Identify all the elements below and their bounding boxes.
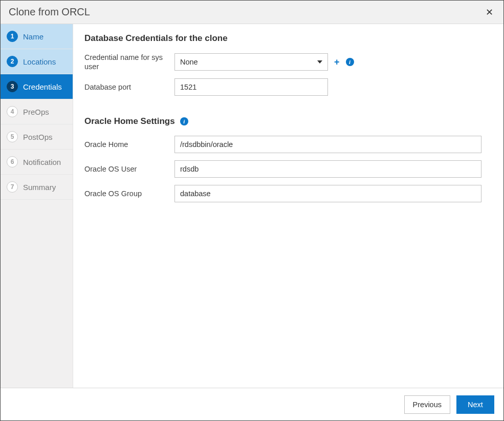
- close-icon: ✕: [486, 7, 493, 17]
- clone-wizard-modal: Clone from ORCL ✕ 1 Name 2 Locations 3 C…: [0, 0, 504, 421]
- oracle-os-group-input[interactable]: [174, 185, 481, 202]
- step-label: Locations: [23, 57, 56, 66]
- close-button[interactable]: ✕: [483, 6, 495, 18]
- chevron-down-icon: [317, 60, 322, 64]
- previous-button[interactable]: Previous: [404, 395, 450, 414]
- add-credential-button[interactable]: +: [334, 57, 340, 67]
- titlebar: Clone from ORCL ✕: [1, 1, 503, 24]
- db-port-input[interactable]: [174, 78, 328, 96]
- oracle-os-group-label: Oracle OS Group: [84, 189, 174, 198]
- step-notification[interactable]: 6 Notification: [1, 150, 73, 175]
- modal-body: 1 Name 2 Locations 3 Credentials 4 PreOp…: [1, 24, 503, 388]
- wizard-steps-sidebar: 1 Name 2 Locations 3 Credentials 4 PreOp…: [1, 24, 73, 388]
- step-locations[interactable]: 2 Locations: [1, 49, 73, 74]
- next-button[interactable]: Next: [456, 395, 494, 414]
- step-summary[interactable]: 7 Summary: [1, 175, 73, 200]
- step-number: 1: [7, 31, 18, 42]
- db-port-label: Database port: [84, 82, 174, 92]
- step-number: 4: [7, 106, 18, 117]
- step-label: PostOps: [23, 133, 53, 141]
- step-name[interactable]: 1 Name: [1, 24, 73, 49]
- info-icon[interactable]: i: [180, 117, 188, 125]
- step-number: 3: [7, 81, 18, 92]
- sys-credential-select[interactable]: None: [174, 53, 328, 71]
- row-oracle-os-user: Oracle OS User: [84, 160, 490, 178]
- step-label: PreOps: [23, 108, 49, 116]
- row-oracle-os-group: Oracle OS Group: [84, 185, 490, 202]
- oracle-home-input[interactable]: [174, 136, 481, 153]
- oracle-os-user-label: Oracle OS User: [84, 164, 174, 174]
- sys-credential-value: None: [180, 58, 198, 66]
- sys-credential-label: Credential name for sys user: [84, 53, 174, 71]
- wizard-footer: Previous Next: [1, 388, 503, 420]
- row-sys-credential: Credential name for sys user None + i: [84, 53, 490, 71]
- info-icon[interactable]: i: [346, 58, 354, 66]
- step-number: 6: [7, 156, 18, 167]
- oracle-heading-text: Oracle Home Settings: [84, 116, 175, 127]
- credentials-heading: Database Credentials for the clone: [84, 33, 490, 44]
- wizard-content: Database Credentials for the clone Crede…: [73, 24, 503, 388]
- row-db-port: Database port: [84, 78, 490, 96]
- step-label: Notification: [23, 158, 61, 166]
- step-preops[interactable]: 4 PreOps: [1, 99, 73, 124]
- step-label: Summary: [23, 183, 56, 192]
- step-label: Name: [23, 32, 43, 41]
- step-credentials[interactable]: 3 Credentials: [1, 74, 73, 99]
- plus-icon: +: [334, 57, 340, 67]
- step-label: Credentials: [23, 82, 62, 91]
- modal-title: Clone from ORCL: [9, 6, 90, 18]
- step-postops[interactable]: 5 PostOps: [1, 124, 73, 150]
- step-number: 2: [7, 56, 18, 67]
- row-oracle-home: Oracle Home: [84, 136, 490, 153]
- step-number: 5: [7, 131, 18, 142]
- oracle-home-label: Oracle Home: [84, 140, 174, 149]
- oracle-settings-heading: Oracle Home Settings i: [84, 116, 490, 127]
- oracle-os-user-input[interactable]: [174, 160, 481, 178]
- step-number: 7: [7, 181, 18, 193]
